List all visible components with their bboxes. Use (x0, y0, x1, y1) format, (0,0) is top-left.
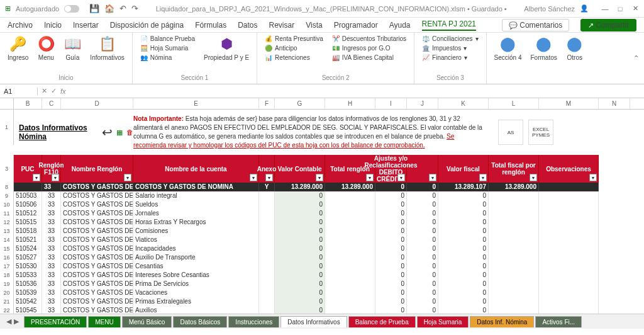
tab-next-icon[interactable]: ▶ (14, 317, 19, 326)
data-cell[interactable]: 33 (42, 218, 61, 227)
data-cell[interactable]: 0 (275, 200, 325, 209)
data-cell[interactable]: COSTOS Y GASTOS DE NOI (61, 288, 133, 297)
data-cell[interactable] (259, 200, 275, 209)
data-cell[interactable] (489, 209, 539, 218)
ribbon-collapse[interactable]: ⌃ (628, 33, 644, 84)
data-cell[interactable] (259, 271, 275, 280)
data-cell[interactable]: 33 (42, 191, 61, 200)
data-cell[interactable]: 0 (275, 297, 325, 306)
data-cell[interactable]: 0 (275, 271, 325, 280)
row-header[interactable]: 12 (0, 218, 14, 227)
ribbon-retenciones[interactable]: 📊 Retenciones (265, 54, 323, 61)
sheet-icon[interactable]: ▦ (116, 128, 123, 137)
data-cell[interactable]: 0 (375, 253, 407, 262)
maximize-icon[interactable]: □ (616, 5, 624, 13)
data-cell[interactable]: 0 (407, 297, 438, 306)
data-cell[interactable]: 0 (375, 209, 407, 218)
data-cell[interactable]: 0 (407, 236, 438, 244)
data-cell[interactable] (539, 227, 599, 236)
data-cell[interactable]: COSTOS Y GASTOS DE NOI (61, 297, 133, 306)
data-cell[interactable] (489, 244, 539, 253)
data-cell[interactable] (539, 253, 599, 262)
data-cell[interactable] (489, 218, 539, 227)
data-cell[interactable]: COSTOS Y GASTOS DE NOI (61, 236, 133, 244)
data-cell[interactable]: 0 (438, 253, 489, 262)
data-cell[interactable]: COSTOS Y GASTOS DE NOI (61, 218, 133, 227)
data-cell[interactable] (539, 209, 599, 218)
filter-icon[interactable]: ▼ (589, 174, 597, 181)
data-cell[interactable]: 33 (42, 253, 61, 262)
data-cell[interactable]: COSTOS Y GASTOS DE NOI (61, 227, 133, 236)
data-cell[interactable]: 510524 (14, 244, 42, 253)
data-cell[interactable]: 510518 (14, 227, 42, 236)
sheet-tab[interactable]: Menú Básico (122, 316, 172, 327)
data-cell[interactable]: COSTOS Y GASTOS DE NOI (61, 200, 133, 209)
data-cell[interactable]: 0 (438, 288, 489, 297)
ribbon-otros[interactable]: ⬤Otros (566, 35, 584, 61)
data-cell[interactable] (325, 262, 375, 271)
data-cell[interactable] (325, 288, 375, 297)
data-cell[interactable] (539, 262, 599, 271)
data-cell[interactable] (489, 191, 539, 200)
data-cell[interactable]: Intereses Sobre Cesantias (133, 271, 259, 280)
data-cell[interactable]: 33 (42, 209, 61, 218)
data-cell[interactable]: 510539 (14, 288, 42, 297)
data-cell[interactable]: Primas Extralegales (133, 297, 259, 306)
data-cell[interactable]: 0 (438, 297, 489, 306)
ribbon-informativos[interactable]: 📋Informativos (90, 35, 124, 61)
data-cell[interactable]: 0 (407, 209, 438, 218)
data-cell[interactable]: COSTOS Y GASTOS DE NOI (61, 253, 133, 262)
data-cell[interactable]: 0 (275, 209, 325, 218)
data-cell[interactable]: 0 (275, 227, 325, 236)
accept-formula-icon[interactable]: ✓ (51, 87, 57, 95)
filter-icon[interactable]: ▼ (479, 174, 487, 181)
data-cell[interactable] (539, 288, 599, 297)
data-cell[interactable] (325, 209, 375, 218)
name-box[interactable]: A1 (0, 88, 38, 95)
data-cell[interactable]: 0 (375, 288, 407, 297)
data-cell[interactable] (259, 280, 275, 288)
data-cell[interactable]: COSTOS Y GASTOS DE NOI (61, 280, 133, 288)
cancel-formula-icon[interactable]: ✕ (42, 87, 47, 95)
data-cell[interactable]: 0 (275, 262, 325, 271)
ribbon-descuentos[interactable]: ✂️ Descuentos Tributarios (332, 35, 406, 42)
data-cell[interactable]: 33 (42, 244, 61, 253)
data-cell[interactable]: 510506 (14, 200, 42, 209)
col-header[interactable]: I (375, 98, 407, 109)
sheet-tab[interactable]: Hoja Sumaria (417, 316, 469, 327)
data-cell[interactable]: 510527 (14, 253, 42, 262)
menu-revisar[interactable]: Revisar (269, 21, 295, 30)
sheet-tab[interactable]: Datos Básicos (173, 316, 227, 327)
col-header[interactable]: N (599, 98, 630, 109)
data-cell[interactable] (325, 191, 375, 200)
row-header[interactable]: 21 (0, 297, 14, 306)
data-cell[interactable] (539, 200, 599, 209)
fx-icon[interactable]: fx (60, 88, 66, 95)
filter-icon[interactable]: ▼ (530, 174, 537, 181)
data-cell[interactable]: 33 (42, 227, 61, 236)
data-cell[interactable]: 510515 (14, 218, 42, 227)
filter-icon[interactable]: ▼ (124, 174, 131, 181)
data-cell[interactable]: 0 (375, 218, 407, 227)
data-cell[interactable]: 0 (438, 227, 489, 236)
back-arrow-icon[interactable]: ↩ (102, 125, 113, 140)
delete-icon[interactable]: 🗑 (126, 128, 133, 136)
ribbon-anticipo[interactable]: 🟢 Anticipo (265, 45, 323, 52)
spreadsheet-area[interactable]: 1 Datos Informativos Nómina ↩ ▦ 🗑 Nota I… (0, 110, 644, 314)
data-cell[interactable]: Sueldos (133, 200, 259, 209)
data-cell[interactable]: 33 (42, 280, 61, 288)
data-cell[interactable]: Cesantias (133, 262, 259, 271)
data-cell[interactable] (259, 262, 275, 271)
data-cell[interactable] (489, 236, 539, 244)
data-cell[interactable]: 0 (407, 306, 438, 314)
row-header[interactable]: 20 (0, 288, 14, 297)
home-icon[interactable]: 🏠 (104, 4, 114, 13)
row-header[interactable]: 15 (0, 244, 14, 253)
col-header[interactable]: E (133, 98, 259, 109)
menu-programador[interactable]: Programador (334, 21, 378, 30)
col-header[interactable]: M (539, 98, 599, 109)
row-header[interactable]: 22 (0, 306, 14, 314)
sheet-tab[interactable]: Balance de Prueba (348, 316, 416, 327)
ribbon-formatos[interactable]: ⬤Formatos (531, 35, 557, 61)
data-cell[interactable]: 0 (375, 227, 407, 236)
